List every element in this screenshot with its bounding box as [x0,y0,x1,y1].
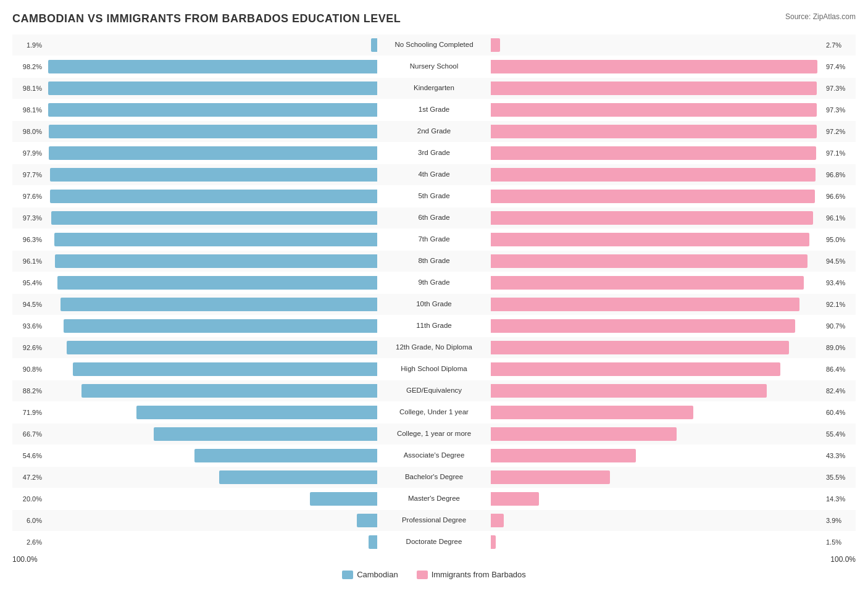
right-bar-container [490,298,826,311]
bar-row: 97.9%3rd Grade97.1% [12,143,856,164]
right-value-label: 97.4% [826,63,856,70]
bar-row: 6.0%Professional Degree3.9% [12,510,856,531]
pink-bar [491,82,817,95]
center-label: 3rd Grade [378,149,490,157]
left-value-label: 95.4% [12,279,42,286]
right-bar-container [490,449,826,462]
axis-left-label: 100.0% [12,555,38,564]
left-value-label: 90.8% [12,366,42,373]
right-bar-container [490,514,826,527]
blue-bar [49,125,377,138]
center-label: 11th Grade [378,322,490,330]
right-bar-container [490,190,826,203]
left-value-label: 98.0% [12,128,42,135]
chart-body: 1.9%No Schooling Completed2.7%98.2%Nurse… [12,35,856,553]
blue-bar [369,535,377,549]
center-label: Kindergarten [378,84,490,93]
blue-bar [310,492,377,506]
left-value-label: 97.9% [12,149,42,157]
right-bar-container [490,470,826,484]
right-bar-container [490,146,826,160]
pink-bar [491,146,816,160]
bar-row: 96.3%7th Grade95.0% [12,229,856,250]
right-bar-container [490,254,826,268]
right-value-label: 3.9% [826,517,856,524]
pink-bar [491,362,780,376]
bar-row: 96.1%8th Grade94.5% [12,251,856,272]
center-label: 1st Grade [378,106,490,114]
bar-row: 98.1%1st Grade97.3% [12,99,856,120]
left-value-label: 98.1% [12,85,42,92]
pink-bar [491,125,817,138]
center-label: Doctorate Degree [378,538,490,546]
center-label: 2nd Grade [378,127,490,136]
pink-bar [491,60,817,73]
left-bar-container [42,125,378,138]
left-bar-container [42,298,378,311]
left-bar-container [42,211,378,225]
left-value-label: 94.5% [12,301,42,308]
right-value-label: 97.1% [826,149,856,157]
pink-bar [491,319,795,333]
pink-bar [491,254,807,268]
pink-bar [491,449,636,462]
left-value-label: 97.6% [12,193,42,200]
bar-row: 97.3%6th Grade96.1% [12,207,856,228]
center-label: 6th Grade [378,214,490,222]
center-label: 8th Grade [378,257,490,265]
center-label: Professional Degree [378,516,490,525]
left-value-label: 54.6% [12,452,42,459]
left-bar-container [42,492,378,506]
right-bar-container [490,125,826,138]
right-value-label: 14.3% [826,495,856,503]
left-bar-container [42,168,378,182]
left-bar-container [42,60,378,73]
right-bar-container [490,341,826,354]
blue-bar [50,168,378,182]
left-value-label: 71.9% [12,409,42,416]
blue-bar [48,103,377,117]
chart-source: Source: ZipAtlas.com [785,12,856,21]
pink-bar [491,427,677,441]
pink-bar [491,535,496,549]
right-bar-container [490,233,826,246]
left-value-label: 97.7% [12,171,42,178]
axis-right-label: 100.0% [830,555,856,564]
right-bar-container [490,82,826,95]
pink-bar [491,384,767,398]
right-bar-container [490,427,826,441]
right-value-label: 55.4% [826,430,856,438]
axis-labels: 100.0% 100.0% [12,555,856,564]
right-value-label: 43.3% [826,452,856,459]
left-value-label: 93.6% [12,322,42,330]
blue-bar [73,362,377,376]
left-bar-container [42,341,378,354]
bar-row: 90.8%High School Diploma86.4% [12,359,856,380]
left-value-label: 2.6% [12,538,42,546]
right-value-label: 90.7% [826,322,856,330]
right-value-label: 96.1% [826,214,856,222]
bar-row: 66.7%College, 1 year or more55.4% [12,424,856,445]
bar-row: 88.2%GED/Equivalency82.4% [12,380,856,401]
bar-row: 97.7%4th Grade96.8% [12,164,856,185]
bar-row: 95.4%9th Grade93.4% [12,272,856,293]
left-bar-container [42,319,378,333]
blue-bar [61,298,377,311]
center-label: GED/Equivalency [378,387,490,395]
bar-row: 98.1%Kindergarten97.3% [12,78,856,99]
pink-bar [491,406,693,419]
left-bar-container [42,362,378,376]
left-value-label: 1.9% [12,41,42,49]
legend-area: Cambodian Immigrants from Barbados [12,570,856,579]
right-bar-container [490,362,826,376]
blue-bar [67,341,377,354]
left-value-label: 47.2% [12,474,42,481]
center-label: No Schooling Completed [378,41,490,49]
left-value-label: 6.0% [12,517,42,524]
right-value-label: 94.5% [826,257,856,265]
left-value-label: 92.6% [12,344,42,351]
blue-bar [57,276,377,290]
pink-bar [491,190,815,203]
left-value-label: 98.2% [12,63,42,70]
blue-bar [219,470,377,484]
